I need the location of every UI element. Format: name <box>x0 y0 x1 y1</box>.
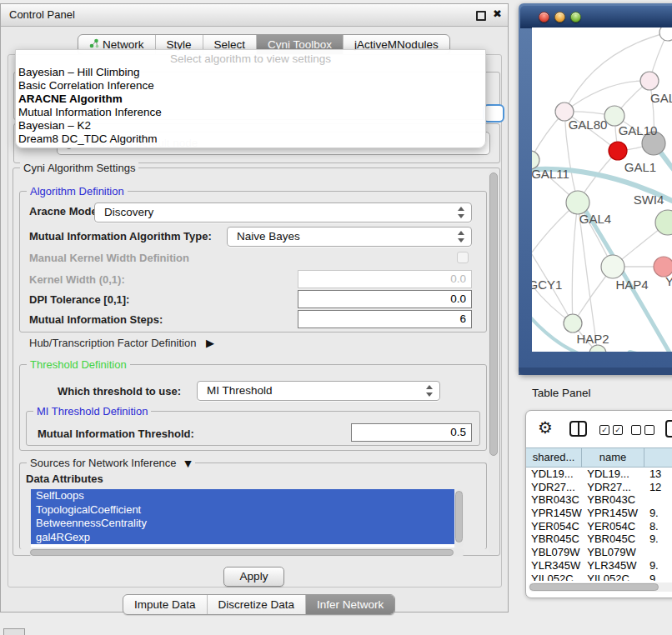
network-node-hap4[interactable] <box>601 255 624 278</box>
aracne-mode-combo[interactable]: Discovery <box>94 202 472 222</box>
window-zoom-button[interactable] <box>570 12 581 22</box>
apply-button[interactable]: Apply <box>223 567 284 587</box>
collapsed-panel-chip[interactable] <box>3 628 25 635</box>
table-cell: 12 <box>644 481 672 494</box>
network-node-swi4[interactable] <box>655 210 672 235</box>
dropdown-item[interactable]: Bayesian – Hill Climbing <box>16 66 485 79</box>
network-node-gal[interactable] <box>640 72 659 90</box>
table-cell: 9 <box>644 572 672 582</box>
list-hscrollbar-thumb[interactable] <box>30 549 454 556</box>
manual-kernel-checkbox[interactable] <box>457 252 469 263</box>
table-cell: YDL19... <box>526 468 582 481</box>
table-hscrollbar-thumb[interactable] <box>529 583 659 591</box>
table-cell: YBR043C <box>526 493 582 507</box>
select-all-checkboxes-icon[interactable]: ✓✓ <box>599 425 623 435</box>
table-row[interactable]: YPR145WYPR145W9. <box>526 507 672 520</box>
close-panel-icon[interactable]: ✖ <box>493 8 502 20</box>
network-node-gal1[interactable] <box>609 142 627 160</box>
table-body: YDL19...YDL19...13YDR27...YDR27...12YBR0… <box>526 468 672 581</box>
table-row[interactable]: YLR345WYLR345W9. <box>526 559 672 572</box>
mi-steps-label: Mutual Information Steps: <box>29 313 163 326</box>
expand-arrow-icon[interactable]: ▶ <box>206 337 214 349</box>
list-item[interactable]: gal4RGexp <box>31 531 454 545</box>
table-row[interactable]: YBR045CYBR045C9. <box>526 532 672 546</box>
list-item[interactable]: SelfLoops <box>31 489 454 503</box>
window-minimize-button[interactable] <box>554 12 565 22</box>
collapse-arrow-icon[interactable]: ▼ <box>184 458 191 470</box>
gear-icon[interactable]: ⚙ <box>538 418 553 438</box>
table-row[interactable]: YIL052CYIL052C9 <box>526 572 672 582</box>
tab-infer-network[interactable]: Infer Network <box>305 595 394 614</box>
dpi-tolerance-field[interactable]: 0.0 <box>298 290 472 308</box>
dropdown-item[interactable]: Bayesian – K2 <box>16 119 485 132</box>
table-mode-icon[interactable] <box>665 420 672 438</box>
bottom-tabs: Impute DataDiscretize DataInfer Network <box>123 594 395 615</box>
node-table: shared...name YDL19...YDL19...13YDR27...… <box>526 448 672 581</box>
table-cell: YBR043C <box>582 493 644 507</box>
table-cell: YDR27... <box>526 481 582 494</box>
node-label: GCY1 <box>532 278 562 292</box>
data-attributes-list[interactable]: SelfLoopsTopologicalCoefficientBetweenne… <box>31 489 454 548</box>
combo-value: MI Threshold <box>207 382 273 400</box>
table-row[interactable]: YDL19...YDL19...13 <box>526 468 672 481</box>
combo-stepper-icon <box>426 384 434 398</box>
column-header[interactable]: shared... <box>526 448 582 467</box>
kernel-width-field[interactable]: 0.0 <box>298 270 472 288</box>
dropdown-item[interactable]: ARACNE Algorithm <box>16 92 485 106</box>
columns-icon[interactable] <box>569 421 587 437</box>
mi-type-combo[interactable]: Naive Bayes <box>227 227 472 247</box>
dropdown-item[interactable]: Dream8 DC_TDC Algorithm <box>16 132 485 146</box>
node-label: GAL80 <box>569 118 608 132</box>
table-cell: 13 <box>644 468 672 481</box>
network-graph[interactable]: GALGAL80GAL10GAL1GAL11SWI4GAL4GCY1HAP4YH… <box>532 28 672 352</box>
network-node-gal4[interactable] <box>566 191 589 214</box>
mi-type-label: Mutual Information Algorithm Type: <box>29 230 212 242</box>
table-row[interactable]: YBR043CYBR043C <box>526 493 672 507</box>
list-item[interactable]: BetweennessCentrality <box>31 517 454 531</box>
node-label: GAL4 <box>579 212 611 226</box>
network-edge[interactable] <box>564 81 649 112</box>
network-edge[interactable] <box>572 202 578 323</box>
table-cell <box>644 493 672 507</box>
algorithm-dropdown-popup: Select algorithm to view settings Bayesi… <box>15 49 486 148</box>
mi-steps-field[interactable]: 6 <box>298 310 472 328</box>
dropdown-item[interactable]: Mutual Information Inference <box>16 106 485 119</box>
table-row[interactable]: YDR27...YDR27...12 <box>526 481 672 494</box>
hub-definition-expander[interactable]: Hub/Transcription Factor Definition ▶ <box>29 337 214 349</box>
sources-title: Sources for Network Inference <box>30 457 177 469</box>
combo-value: Discovery <box>104 203 153 222</box>
list-scrollbar-thumb[interactable] <box>455 491 463 542</box>
which-threshold-combo[interactable]: MI Threshold <box>197 381 440 401</box>
group-title: Sources for Network Inference ▼ <box>27 457 195 470</box>
window-close-button[interactable] <box>539 12 549 22</box>
group-title: MI Threshold Definition <box>33 405 151 418</box>
network-view-window: GALGAL80GAL10GAL1GAL11SWI4GAL4GCY1HAP4YH… <box>519 3 672 375</box>
table-row[interactable]: YBL079WYBL079W <box>526 546 672 559</box>
mi-threshold-field[interactable]: 0.5 <box>351 423 472 442</box>
float-panel-icon[interactable] <box>476 11 486 21</box>
deselect-all-checkboxes-icon[interactable] <box>631 425 654 435</box>
table-cell: YER054C <box>526 520 582 533</box>
combo-value: Naive Bayes <box>237 228 300 246</box>
settings-scrollbar-thumb[interactable] <box>489 172 498 456</box>
table-header-row: shared...name <box>526 448 672 468</box>
network-canvas[interactable]: GALGAL80GAL10GAL1GAL11SWI4GAL4GCY1HAP4YH… <box>532 28 672 352</box>
screen: Control Panel ✖ NetworkStyleSelectCyni T… <box>0 0 672 635</box>
manual-kernel-label: Manual Kernel Width Definition <box>29 252 189 264</box>
dropdown-item[interactable]: Basic Correlation Inference <box>16 79 485 92</box>
tab-discretize-data[interactable]: Discretize Data <box>207 595 306 614</box>
group-title: Threshold Definition <box>27 358 130 371</box>
network-node-hap2[interactable] <box>564 314 582 332</box>
table-cell: 8. <box>644 520 672 533</box>
tab-label: Impute Data <box>134 598 196 611</box>
mi-threshold-label: Mutual Information Threshold: <box>38 428 194 440</box>
tab-impute-data[interactable]: Impute Data <box>123 595 207 614</box>
dropdown-items: Bayesian – Hill ClimbingBasic Correlatio… <box>16 66 485 146</box>
table-cell: YPR145W <box>582 507 644 520</box>
table-cell: YIL052C <box>582 572 644 582</box>
list-item[interactable]: TopologicalCoefficient <box>31 503 454 518</box>
network-node[interactable] <box>659 28 672 41</box>
column-header[interactable]: name <box>582 448 644 467</box>
table-row[interactable]: YER054CYER054C8. <box>526 520 672 533</box>
column-header[interactable] <box>644 448 672 467</box>
